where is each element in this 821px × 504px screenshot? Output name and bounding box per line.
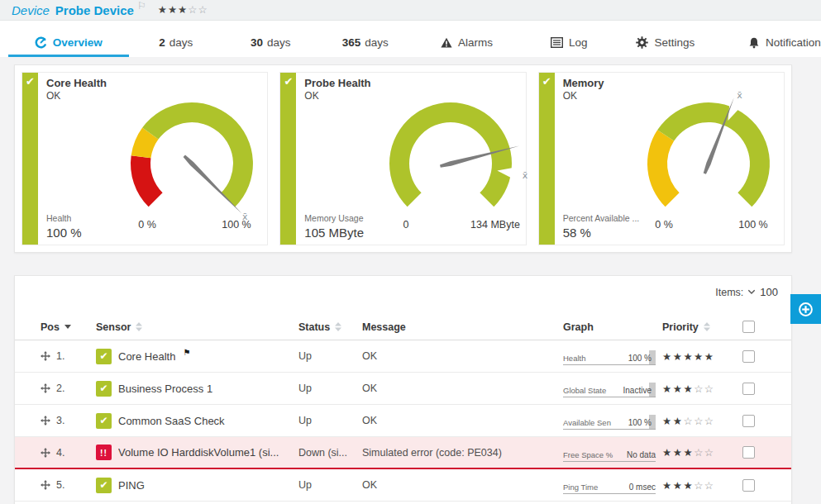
move-handle-icon[interactable]: [41, 383, 50, 393]
tab-alarms[interactable]: Alarms: [413, 21, 521, 57]
gauge-card-memory[interactable]: ✔MemoryOKPercent Available ...58 %x̄0 %1…: [538, 72, 785, 245]
sort-updown-icon: [136, 322, 142, 331]
items-value: 100: [760, 286, 778, 298]
graph-cell[interactable]: Health100 %: [563, 347, 662, 365]
tab-number: 30: [251, 36, 263, 49]
gauge-title: Memory: [563, 77, 604, 89]
sensor-cell[interactable]: ✔Common SaaS Check: [96, 413, 298, 429]
select-all-checkbox[interactable]: [742, 321, 755, 333]
items-per-page-control[interactable]: Items: 100: [715, 286, 778, 298]
table-row[interactable]: 2.✔Business Process 1UpOKGlobal StateIna…: [15, 373, 791, 405]
priority-cell[interactable]: ★★☆☆☆: [662, 415, 739, 427]
mini-graph: Available Sen100 %: [563, 411, 656, 430]
sensor-name[interactable]: PING: [118, 479, 145, 492]
mini-graph: Global StateInactive: [563, 379, 656, 397]
graph-cell[interactable]: Global StateInactive: [563, 379, 662, 397]
pos-cell: 3.: [41, 415, 96, 426]
gauge-status: OK: [46, 90, 60, 102]
move-handle-icon[interactable]: [41, 416, 50, 426]
tab-365-days[interactable]: 365 days: [318, 21, 413, 57]
gauge-channel-label: Memory Usage: [304, 213, 363, 223]
gauge-arc-segment: [647, 130, 680, 207]
tab-overview[interactable]: Overview: [8, 21, 129, 57]
tab-notifications[interactable]: Notifications: [714, 21, 821, 57]
sensor-name[interactable]: Business Process 1: [118, 383, 212, 395]
tab-2-days[interactable]: 2 days: [129, 21, 224, 57]
move-handle-icon[interactable]: [41, 480, 50, 490]
column-header-status[interactable]: Status: [298, 321, 362, 333]
message-cell: OK: [362, 350, 563, 362]
sensor-name[interactable]: Volume IO HarddiskVolume1 (si...: [118, 446, 279, 459]
tab-label: days: [169, 36, 193, 49]
priority-cell[interactable]: ★★★★★: [662, 350, 739, 363]
table-row[interactable]: 1.✔Core Health⚑UpOKHealth100 %★★★★★: [15, 340, 791, 373]
column-header-sensor[interactable]: Sensor: [96, 321, 298, 333]
gauge-channel-label: Percent Available ...: [563, 213, 640, 223]
move-handle-icon[interactable]: [41, 448, 50, 458]
tab-settings[interactable]: Settings: [618, 21, 714, 57]
sensor-name[interactable]: Common SaaS Check: [118, 415, 225, 427]
sensor-cell[interactable]: !!Volume IO HarddiskVolume1 (si...: [96, 445, 298, 460]
gauge-axis-min: 0 %: [655, 219, 673, 231]
device-name[interactable]: Probe Device: [55, 3, 134, 17]
alarm-icon: [441, 37, 452, 49]
pos-number: 2.: [56, 383, 64, 394]
tab-30-days[interactable]: 30 days: [223, 21, 318, 57]
sensor-cell[interactable]: ✔Business Process 1: [96, 381, 298, 397]
gauge-arc-segment: [131, 155, 163, 207]
pos-number: 4.: [56, 447, 64, 459]
gauge-card-core-health[interactable]: ✔Core HealthOKHealth100 %x̄0 %100 %: [21, 72, 268, 245]
column-header-pos[interactable]: Pos: [41, 321, 96, 333]
add-sensor-button[interactable]: [790, 294, 821, 324]
device-priority-rating[interactable]: ★★★☆☆: [158, 3, 208, 16]
gauge-chart: x̄0134 MByte: [380, 78, 521, 236]
graph-channel-label: Ping Time: [563, 483, 598, 492]
row-checkbox[interactable]: [742, 350, 755, 363]
status-stripe: ✔: [22, 73, 38, 245]
graph-cell[interactable]: Ping Time0 msec: [563, 476, 662, 494]
table-row[interactable]: 3.✔Common SaaS CheckUpOKAvailable Sen100…: [15, 405, 791, 437]
status-cell: Down (si...: [298, 447, 362, 459]
priority-cell[interactable]: ★★★☆☆: [662, 383, 739, 395]
sort-desc-icon: [64, 325, 71, 329]
sensor-name[interactable]: Core Health: [118, 350, 175, 363]
check-icon: ✔: [26, 75, 35, 88]
graph-channel-label: Health: [563, 354, 585, 363]
tab-log[interactable]: Log: [521, 21, 617, 57]
column-header-message[interactable]: Message: [362, 321, 563, 333]
priority-cell[interactable]: ★★★☆☆: [662, 479, 739, 492]
priority-stars-empty: ☆☆: [694, 480, 714, 492]
status-stripe: ✔: [280, 73, 296, 245]
gauge-chart: x̄0 %100 %: [122, 78, 262, 236]
move-handle-icon[interactable]: [41, 351, 50, 361]
priority-stars-empty: ☆☆: [694, 383, 714, 395]
sensor-cell[interactable]: ✔Core Health⚑: [96, 349, 298, 364]
column-header-priority[interactable]: Priority: [662, 321, 739, 333]
gauge-axis-max: 100 %: [222, 219, 251, 231]
row-checkbox[interactable]: [742, 383, 755, 395]
graph-cell[interactable]: Available Sen100 %: [563, 411, 662, 430]
sensor-cell[interactable]: ✔PING: [96, 478, 298, 493]
gauge-channel-label: Health: [46, 213, 71, 223]
check-icon: ✔: [542, 75, 551, 88]
row-checkbox[interactable]: [742, 446, 755, 459]
column-header-graph[interactable]: Graph: [563, 321, 662, 333]
message-cell: OK: [362, 415, 563, 426]
priority-cell[interactable]: ★★★☆☆: [662, 446, 739, 459]
row-checkbox[interactable]: [742, 415, 755, 427]
row-checkbox[interactable]: [742, 479, 755, 492]
gauge-average-label: x̄: [522, 170, 527, 181]
mini-graph: Health100 %: [563, 347, 656, 365]
gauge-body: Probe HealthOKMemory Usage105 MBytex̄013…: [296, 73, 525, 245]
table-row[interactable]: 4.!!Volume IO HarddiskVolume1 (si...Down…: [15, 437, 791, 469]
status-stripe: ✔: [539, 73, 555, 245]
bell-icon: [748, 37, 760, 49]
checkbox-cell: [739, 479, 778, 492]
pos-cell: 5.: [41, 479, 96, 491]
gauge-chart: x̄0 %100 %: [638, 78, 779, 236]
tab-label: Notifications: [766, 36, 821, 49]
gauge-body: MemoryOKPercent Available ...58 %x̄0 %10…: [555, 73, 784, 245]
table-row[interactable]: 5.✔PINGUpOKPing Time0 msec★★★☆☆: [15, 469, 791, 502]
gauge-card-probe-health[interactable]: ✔Probe HealthOKMemory Usage105 MBytex̄01…: [279, 72, 526, 245]
graph-cell[interactable]: Free Space %No data: [563, 444, 662, 462]
